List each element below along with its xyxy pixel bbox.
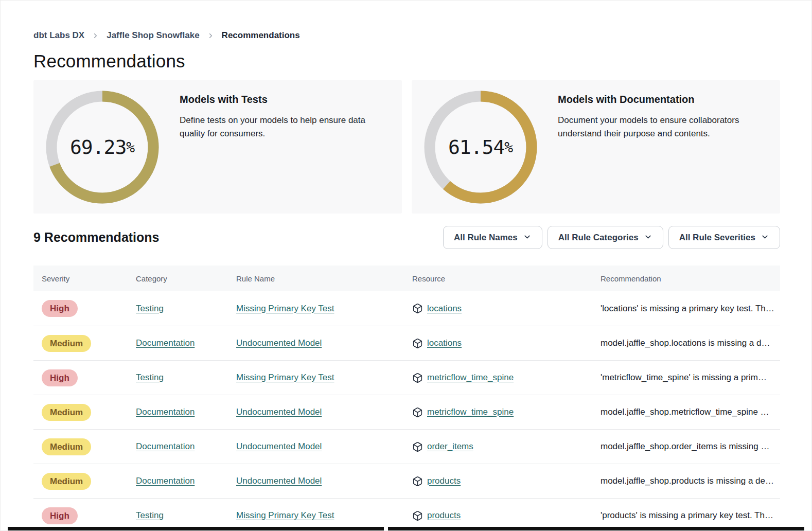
resource-cell: locations: [412, 338, 601, 349]
percent-sign: %: [126, 139, 135, 156]
resource-cell: products: [412, 510, 601, 521]
card-title: Models with Tests: [180, 94, 390, 105]
resource-link[interactable]: locations: [427, 338, 462, 348]
category-cell: Testing: [136, 373, 236, 383]
category-cell: Documentation: [136, 338, 236, 348]
model-cube-icon: [412, 303, 423, 314]
resource-link[interactable]: metricflow_time_spine: [427, 407, 514, 417]
donut-percent-value: 61.54: [448, 136, 504, 158]
metric-cards: 69.23% Models with Tests Define tests on…: [33, 80, 780, 214]
recommendation-cell: 'metricflow_time_spine' is missing a pri…: [601, 373, 780, 383]
rule-severities-filter-dropdown[interactable]: All Rule Severities: [668, 226, 780, 249]
resource-link[interactable]: products: [427, 476, 461, 486]
recommendations-page: dbt Labs DX Jaffle Shop Snowflake Recomm…: [1, 30, 811, 531]
rule-name-cell: Undocumented Model: [236, 407, 412, 417]
category-link[interactable]: Documentation: [136, 338, 195, 348]
rule-name-link[interactable]: Undocumented Model: [236, 338, 322, 348]
recommendation-cell: model.jaffle_shop.products is missing a …: [601, 476, 780, 486]
breadcrumb: dbt Labs DX Jaffle Shop Snowflake Recomm…: [33, 30, 780, 41]
rule-name-link[interactable]: Missing Primary Key Test: [236, 373, 334, 382]
model-cube-icon: [412, 510, 423, 521]
severity-badge: Medium: [42, 335, 91, 352]
card-title: Models with Documentation: [558, 94, 768, 105]
resource-link[interactable]: order_items: [427, 441, 473, 452]
table-row: High Testing Missing Primary Key Test me…: [33, 360, 780, 395]
docs-donut-chart: 61.54%: [424, 91, 537, 204]
severity-cell: Medium: [33, 335, 136, 352]
resource-cell: products: [412, 476, 601, 487]
rule-name-cell: Undocumented Model: [236, 338, 412, 348]
resource-link[interactable]: metricflow_time_spine: [427, 373, 514, 383]
recommendation-cell: 'products' is missing a primary key test…: [601, 510, 780, 521]
severity-cell: Medium: [33, 438, 136, 455]
rule-name-cell: Undocumented Model: [236, 441, 412, 452]
table-row: High Testing Missing Primary Key Test lo…: [33, 291, 780, 326]
category-cell: Testing: [136, 304, 236, 314]
recommendation-text: 'metricflow_time_spine' is missing a pri…: [601, 373, 780, 383]
breadcrumb-item-current: Recommendations: [222, 30, 300, 41]
severity-badge: High: [42, 300, 78, 317]
donut-percent-value: 69.23: [70, 136, 126, 158]
rule-names-filter-dropdown[interactable]: All Rule Names: [443, 226, 542, 249]
rule-name-cell: Missing Primary Key Test: [236, 373, 412, 383]
recommendation-text: model.jaffle_shop.metricflow_time_spine …: [601, 407, 780, 417]
recommendation-text: model.jaffle_shop.locations is missing a…: [601, 338, 780, 348]
percent-sign: %: [504, 139, 513, 156]
resource-link[interactable]: products: [427, 510, 461, 521]
breadcrumb-item-account[interactable]: dbt Labs DX: [33, 30, 84, 41]
rule-categories-filter-dropdown[interactable]: All Rule Categories: [548, 226, 663, 249]
category-link[interactable]: Testing: [136, 373, 164, 382]
card-models-with-documentation: 61.54% Models with Documentation Documen…: [412, 80, 780, 214]
column-header-resource: Resource: [412, 274, 601, 283]
chevron-down-icon: [761, 232, 769, 244]
donut-percent-label: 69.23%: [46, 91, 159, 204]
recommendation-cell: model.jaffle_shop.metricflow_time_spine …: [601, 407, 780, 417]
rule-name-link[interactable]: Missing Primary Key Test: [236, 510, 334, 520]
rule-name-link[interactable]: Undocumented Model: [236, 476, 322, 486]
filter-label: All Rule Names: [454, 233, 518, 243]
recommendation-cell: model.jaffle_shop.order_items is missing…: [601, 441, 780, 452]
rule-name-link[interactable]: Undocumented Model: [236, 441, 322, 451]
model-cube-icon: [412, 476, 423, 487]
rule-name-cell: Undocumented Model: [236, 476, 412, 486]
table-row: Medium Documentation Undocumented Model …: [33, 429, 780, 464]
table-row: Medium Documentation Undocumented Model …: [33, 464, 780, 498]
recommendation-text: model.jaffle_shop.products is missing a …: [601, 476, 780, 486]
recommendation-cell: model.jaffle_shop.locations is missing a…: [601, 338, 780, 348]
rule-name-link[interactable]: Missing Primary Key Test: [236, 304, 334, 313]
chevron-right-icon: [92, 32, 99, 40]
severity-cell: Medium: [33, 404, 136, 421]
category-link[interactable]: Testing: [136, 510, 164, 520]
resource-cell: metricflow_time_spine: [412, 407, 601, 418]
recommendations-count: 9 Recommendations: [33, 230, 160, 245]
severity-badge: Medium: [42, 438, 91, 455]
category-cell: Documentation: [136, 407, 236, 417]
card-text: Models with Documentation Document your …: [537, 91, 768, 203]
severity-badge: Medium: [42, 473, 91, 490]
recommendation-text: 'locations' is missing a primary key tes…: [601, 304, 780, 314]
breadcrumb-item-project[interactable]: Jaffle Shop Snowflake: [107, 30, 199, 41]
model-cube-icon: [412, 441, 423, 452]
page-title: Recommendations: [33, 51, 780, 72]
category-link[interactable]: Documentation: [136, 441, 195, 451]
rule-name-link[interactable]: Undocumented Model: [236, 407, 322, 417]
category-cell: Documentation: [136, 441, 236, 452]
column-header-rule-name: Rule Name: [236, 274, 412, 283]
category-link[interactable]: Testing: [136, 304, 164, 313]
severity-cell: High: [33, 369, 136, 386]
recommendation-text: 'products' is missing a primary key test…: [601, 510, 780, 521]
recommendation-cell: 'locations' is missing a primary key tes…: [601, 304, 780, 314]
column-header-recommendation: Recommendation: [601, 274, 780, 283]
recommendations-table: Severity Category Rule Name Resource Rec…: [33, 266, 780, 531]
list-head: 9 Recommendations All Rule Names All Rul…: [33, 226, 780, 249]
column-header-severity: Severity: [33, 274, 136, 283]
chevron-down-icon: [523, 232, 532, 244]
model-cube-icon: [412, 407, 423, 418]
category-link[interactable]: Documentation: [136, 476, 195, 486]
category-link[interactable]: Documentation: [136, 407, 195, 417]
severity-badge: High: [42, 507, 78, 524]
severity-badge: High: [42, 369, 78, 386]
resource-link[interactable]: locations: [427, 304, 462, 314]
category-cell: Documentation: [136, 476, 236, 486]
table-row: Medium Documentation Undocumented Model …: [33, 395, 780, 429]
